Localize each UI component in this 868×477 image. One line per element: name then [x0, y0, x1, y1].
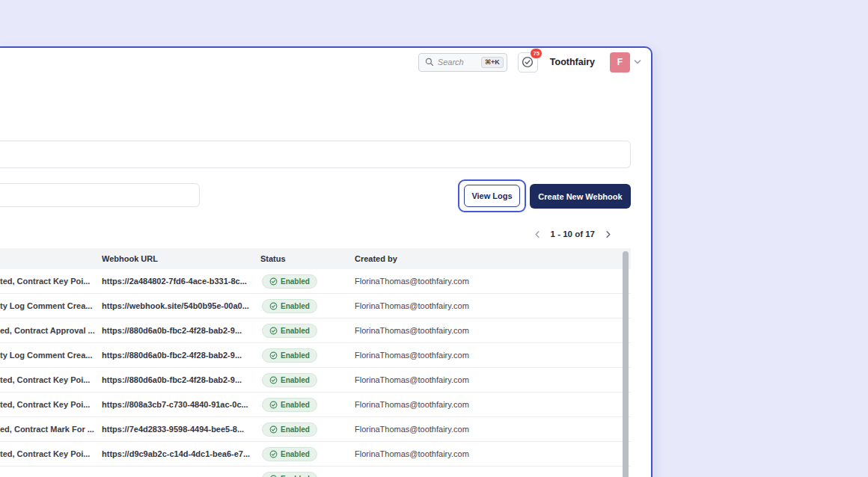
workspace-name: Toothfairy — [550, 57, 595, 67]
table-row[interactable]: ted, Contract Key Poi... https://2a48480… — [0, 269, 631, 294]
webhooks-table: Webhook URL Status Created by ted, Contr… — [0, 248, 631, 477]
created-by-cell: FlorinaThomas@toothfairy.com — [355, 400, 631, 409]
notifications-button[interactable]: 75 — [518, 52, 538, 73]
webhook-name-cell: ted, Contract Key Poi... — [0, 449, 102, 458]
status-badge: Enabled — [262, 324, 317, 338]
webhook-url-cell: https://webhook.site/54b0b95e-00a0... — [102, 301, 260, 310]
webhook-url-cell: https://d9c9ab2c-c14d-4dc1-bea6-e7... — [102, 449, 260, 458]
status-badge: Enabled — [262, 472, 317, 477]
status-badge: Enabled — [262, 422, 317, 437]
status-cell: Enabled — [260, 299, 355, 313]
created-by-cell: FlorinaThomas@toothfairy.com — [355, 375, 631, 384]
check-circle-icon — [269, 277, 278, 286]
status-label: Enabled — [281, 450, 310, 458]
table-row[interactable]: ted, Contract Key Poi... https://d9c9ab2… — [0, 442, 631, 467]
check-circle-icon — [269, 351, 278, 360]
status-label: Enabled — [281, 475, 310, 477]
status-cell: Enabled — [260, 373, 355, 387]
created-by-cell: FlorinaThomas@toothfairy.com — [355, 449, 631, 458]
status-cell: Enabled — [260, 472, 355, 477]
table-row[interactable]: ty Log Comment Crea... https://webhook.s… — [0, 294, 631, 318]
status-label: Enabled — [281, 376, 310, 384]
check-circle-icon — [269, 401, 278, 409]
status-cell: Enabled — [260, 398, 355, 412]
app-window: Search ⌘+K 75 Toothfairy F View Log — [0, 46, 652, 477]
created-by-cell: FlorinaThomas@toothfairy.com — [355, 425, 631, 434]
status-badge: Enabled — [262, 299, 317, 313]
status-cell: Enabled — [260, 274, 355, 289]
global-search[interactable]: Search ⌘+K — [418, 53, 507, 72]
webhook-description-input[interactable] — [0, 141, 631, 168]
status-cell: Enabled — [260, 447, 355, 461]
status-cell: Enabled — [260, 348, 355, 363]
column-header-status: Status — [260, 254, 355, 263]
table-row[interactable]: ed, Contract Mark For ... https://7e4d28… — [0, 417, 631, 442]
webhook-name-cell: ted, Contract Key Poi... — [0, 400, 102, 409]
view-logs-focus-ring: View Logs — [458, 179, 526, 212]
status-label: Enabled — [281, 327, 310, 335]
column-header-created-by: Created by — [355, 254, 631, 263]
chevron-down-icon — [633, 58, 642, 67]
status-badge: Enabled — [262, 348, 317, 363]
status-badge: Enabled — [262, 447, 317, 461]
pagination: 1 - 10 of 17 — [534, 227, 612, 241]
status-cell: Enabled — [260, 324, 355, 338]
created-by-cell: FlorinaThomas@toothfairy.com — [355, 301, 631, 310]
webhook-url-cell: https://880d6a0b-fbc2-4f28-bab2-9... — [102, 375, 260, 384]
created-by-cell: FlorinaThomas@toothfairy.com — [355, 351, 631, 360]
webhook-url-cell: https://880d6a0b-fbc2-4f28-bab2-9... — [102, 351, 260, 360]
next-page-icon[interactable] — [604, 230, 612, 238]
status-badge: Enabled — [262, 373, 317, 387]
status-label: Enabled — [281, 302, 310, 310]
search-placeholder: Search — [438, 58, 477, 67]
status-label: Enabled — [281, 277, 310, 286]
webhook-name-cell: ty Log Comment Crea... — [0, 351, 102, 360]
table-header-row: Webhook URL Status Created by — [0, 248, 631, 269]
check-circle-icon — [269, 327, 278, 335]
check-circle-icon — [269, 450, 278, 458]
table-row[interactable]: ed, Contract Approval ... https://880d6a… — [0, 318, 631, 343]
status-label: Enabled — [281, 425, 310, 434]
webhook-filter-input[interactable] — [0, 183, 200, 207]
search-shortcut-badge: ⌘+K — [481, 57, 504, 68]
webhook-url-cell: https://808a3cb7-c730-4840-91ac-0c... — [102, 400, 260, 409]
column-header-url: Webhook URL — [102, 254, 260, 263]
notification-count-badge: 75 — [530, 48, 542, 59]
webhook-name-cell: ed, Contract Approval ... — [0, 326, 102, 335]
desktop-background: Search ⌘+K 75 Toothfairy F View Log — [0, 0, 868, 477]
status-label: Enabled — [281, 351, 310, 360]
table-row[interactable]: ted, Contract Key Poi... https://808a3cb… — [0, 393, 631, 417]
check-circle-icon — [269, 425, 278, 434]
table-row[interactable]: Enabled — [0, 467, 631, 477]
pagination-label: 1 - 10 of 17 — [551, 230, 595, 238]
prev-page-icon[interactable] — [534, 230, 542, 238]
created-by-cell: FlorinaThomas@toothfairy.com — [355, 277, 631, 286]
status-label: Enabled — [281, 401, 310, 409]
webhook-name-cell: ty Log Comment Crea... — [0, 301, 102, 310]
status-cell: Enabled — [260, 422, 355, 437]
view-logs-button[interactable]: View Logs — [464, 185, 520, 207]
webhook-name-cell: ted, Contract Key Poi... — [0, 277, 102, 286]
create-new-webhook-button[interactable]: Create New Webhook — [530, 184, 631, 209]
search-icon — [425, 58, 434, 67]
webhook-name-cell: ted, Contract Key Poi... — [0, 375, 102, 384]
webhook-url-cell: https://2a484802-7fd6-4ace-b331-8c... — [102, 277, 260, 286]
table-row[interactable]: ted, Contract Key Poi... https://880d6a0… — [0, 368, 631, 393]
avatar: F — [610, 52, 630, 73]
table-scrollbar[interactable] — [623, 251, 629, 477]
table-row[interactable]: ty Log Comment Crea... https://880d6a0b-… — [0, 343, 631, 368]
created-by-cell: FlorinaThomas@toothfairy.com — [355, 326, 631, 335]
webhook-name-cell: ed, Contract Mark For ... — [0, 425, 102, 434]
check-circle-icon — [269, 376, 278, 384]
app-header: Search ⌘+K 75 Toothfairy F — [418, 51, 642, 73]
account-menu[interactable]: Toothfairy F — [550, 52, 642, 73]
status-badge: Enabled — [262, 398, 317, 412]
check-circle-icon — [269, 302, 278, 310]
webhook-url-cell: https://7e4d2833-9598-4494-bee5-8... — [102, 425, 260, 434]
webhook-url-cell: https://880d6a0b-fbc2-4f28-bab2-9... — [102, 326, 260, 335]
check-circle-icon — [269, 475, 278, 477]
table-body: ted, Contract Key Poi... https://2a48480… — [0, 269, 631, 477]
status-badge: Enabled — [262, 274, 317, 289]
